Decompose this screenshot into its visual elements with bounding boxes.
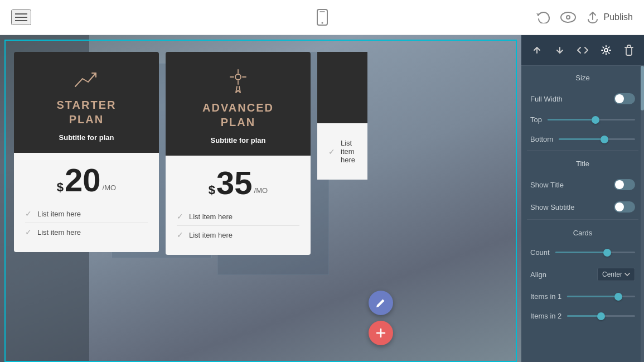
advanced-list: ✓ List item here ✓ List item here: [177, 207, 299, 244]
starter-card-body: $ 20 /MO ✓ List item here ✓ List item: [14, 153, 159, 252]
main-area: STARTERPLAN Subtitle for plan $ 20 /MO ✓: [0, 35, 644, 362]
upload-icon: [586, 11, 599, 24]
advanced-plan-card: ADVANCEDPLAN Subtitle for plan $ 35 /MO …: [166, 52, 311, 255]
items-in-2-slider-fill: [567, 315, 601, 317]
top-bar: Publish: [0, 0, 644, 35]
advanced-card-body: $ 35 /MO ✓ List item here ✓ List item: [166, 156, 311, 255]
code-icon: [577, 46, 588, 54]
show-title-toggle[interactable]: [614, 179, 635, 190]
starter-price: $ 20 /MO: [25, 164, 148, 196]
count-slider[interactable]: [555, 252, 635, 253]
list-item-text: List item here: [37, 228, 81, 236]
bottom-row: Bottom: [521, 129, 644, 149]
full-width-label: Full Width: [530, 95, 563, 103]
advanced-price: $ 35 /MO: [177, 167, 299, 199]
enterprise-card-header: E: [317, 52, 367, 123]
code-button[interactable]: [574, 44, 591, 57]
starter-card-header: STARTERPLAN Subtitle for plan: [14, 52, 159, 153]
items-in-1-slider-thumb[interactable]: [614, 293, 622, 301]
publish-label: Publish: [604, 12, 633, 22]
show-subtitle-row: Show Subtitle: [521, 196, 644, 218]
bottom-slider-fill: [559, 138, 604, 140]
add-fab-button[interactable]: [369, 321, 393, 345]
show-title-toggle-thumb: [615, 180, 624, 189]
chart-icon: [72, 69, 100, 91]
mobile-view-button[interactable]: [316, 9, 329, 26]
top-bar-center: [316, 9, 329, 26]
items-in-1-row: Items in 1: [521, 287, 644, 306]
show-subtitle-toggle-track[interactable]: [614, 201, 635, 213]
items-in-2-slider-track: [567, 315, 635, 317]
preview-button[interactable]: [560, 12, 576, 23]
bottom-slider-thumb[interactable]: [601, 136, 608, 143]
bottom-label: Bottom: [530, 135, 553, 143]
top-row: Top: [521, 110, 644, 129]
divider-1: [527, 150, 638, 151]
divider-2: [527, 219, 638, 220]
panel-toolbar: [521, 35, 644, 66]
panel-scrollbar-thumb[interactable]: [641, 66, 644, 110]
settings-button[interactable]: [598, 42, 614, 59]
enterprise-plan-card: E ✓ List item here: [317, 52, 367, 180]
show-title-row: Show Title: [521, 173, 644, 196]
delete-button[interactable]: [622, 42, 636, 59]
phone-icon: [316, 9, 329, 26]
edit-icon: [375, 297, 386, 308]
undo-icon: [536, 11, 550, 23]
list-item-text: List item here: [189, 231, 233, 239]
top-slider-thumb[interactable]: [592, 116, 599, 124]
count-slider-fill: [555, 252, 607, 253]
items-in-2-slider-thumb[interactable]: [597, 312, 605, 320]
show-subtitle-toggle[interactable]: [614, 201, 635, 213]
advanced-period: /MO: [254, 186, 268, 199]
bottom-slider-track: [559, 138, 635, 140]
show-subtitle-label: Show Subtitle: [530, 203, 575, 211]
align-row: Align Center: [521, 262, 644, 287]
chevron-down-icon: [624, 273, 630, 276]
svg-point-18: [604, 49, 608, 52]
top-slider[interactable]: [548, 119, 635, 120]
items-in-1-label: Items in 1: [530, 292, 561, 301]
move-down-button[interactable]: [552, 42, 568, 58]
full-width-toggle-thumb: [615, 94, 624, 103]
cards-section-title: Cards: [521, 221, 644, 243]
count-slider-track: [555, 252, 635, 253]
edit-fab-button[interactable]: [369, 291, 393, 315]
eye-icon: [560, 12, 576, 23]
show-title-toggle-track[interactable]: [614, 179, 635, 190]
bottom-slider[interactable]: [559, 138, 635, 140]
advanced-title: ADVANCEDPLAN: [202, 100, 274, 129]
starter-dollar: $: [57, 180, 64, 195]
list-item: ✓ List item here: [25, 205, 148, 223]
arrow-up-icon: [532, 45, 542, 55]
publish-button[interactable]: Publish: [586, 11, 633, 24]
fab-container: [369, 291, 393, 345]
items-in-2-slider[interactable]: [567, 315, 635, 317]
full-width-toggle[interactable]: [614, 93, 635, 104]
advanced-card-header: ADVANCEDPLAN Subtitle for plan: [166, 52, 311, 156]
starter-plan-card: STARTERPLAN Subtitle for plan $ 20 /MO ✓: [14, 52, 159, 252]
check-icon: ✓: [25, 209, 32, 218]
enterprise-card-body: ✓ List item here: [317, 123, 367, 180]
list-item: ✓ List item here: [177, 207, 299, 225]
starter-subtitle: Subtitle for plan: [59, 133, 114, 142]
full-width-toggle-track[interactable]: [614, 93, 635, 104]
items-in-1-slider[interactable]: [567, 296, 635, 297]
undo-button[interactable]: [536, 11, 550, 23]
align-dropdown[interactable]: Center: [597, 268, 635, 281]
count-label: Count: [530, 248, 550, 257]
items-in-1-slider-track: [567, 296, 635, 297]
count-slider-thumb[interactable]: [603, 249, 611, 257]
hamburger-menu-button[interactable]: [11, 9, 31, 25]
list-item: ✓ List item here: [25, 223, 148, 241]
align-value: Center: [602, 271, 622, 278]
show-title-label: Show Title: [530, 181, 564, 189]
panel-scrollbar[interactable]: [641, 66, 644, 362]
count-row: Count: [521, 243, 644, 262]
starter-title: STARTERPLAN: [57, 98, 117, 127]
items-in-2-row: Items in 2: [521, 306, 644, 326]
move-up-button[interactable]: [529, 42, 545, 58]
svg-point-6: [235, 74, 241, 80]
starter-amount: 20: [65, 164, 101, 196]
top-slider-fill: [548, 119, 595, 120]
